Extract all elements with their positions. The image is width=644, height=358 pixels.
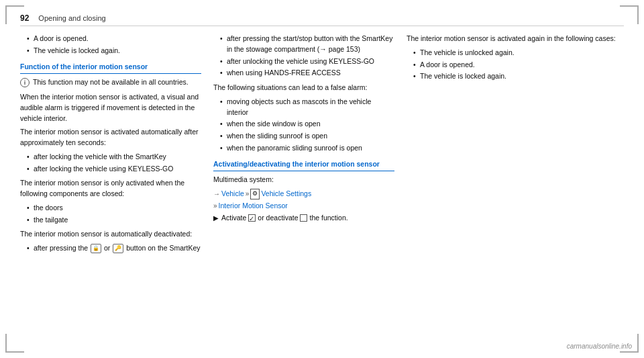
para2-left: The interior motion sensor is activated … (20, 127, 201, 148)
info-box: i This function may not be available in … (20, 77, 201, 88)
info-icon: i (20, 78, 30, 87)
multimedia-label: Multimedia system: (213, 175, 394, 185)
nav-line-1: → Vehicle » ⚙ Vehicle Settings (213, 189, 394, 199)
list-item: after locking the vehicle using KEYLESS-… (27, 164, 201, 175)
list-item: after pressing the 🔒 or 🔑 button on the … (27, 243, 201, 254)
or-deactivate-text: or deactivate (258, 213, 298, 224)
page-chapter: Opening and closing (38, 14, 105, 22)
list-item: after unlocking the vehicle using KEYLES… (220, 56, 394, 67)
activating-heading: Activating/deactivating the interior mot… (213, 159, 394, 172)
mid-bullet-list: after pressing the start/stop button wit… (213, 34, 394, 79)
list-item: when the sliding sunroof is open (220, 131, 394, 142)
auto-bullet-list: after locking the vehicle with the Smart… (20, 152, 201, 175)
list-item: The vehicle is locked again. (413, 71, 624, 82)
col-mid: after pressing the start/stop button wit… (213, 34, 394, 331)
list-item: The vehicle is unlocked again. (413, 48, 624, 58)
col-right: The interior motion sensor is activated … (407, 34, 624, 331)
info-note-text: This function may not be available in al… (33, 77, 189, 88)
para3-left: The interior motion sensor is only activ… (20, 178, 201, 199)
vehicle-link[interactable]: Vehicle (221, 189, 244, 199)
list-item: A door is opened. (27, 34, 201, 44)
list-item: when the panoramic sliding sunroof is op… (220, 143, 394, 154)
page-number: 92 (20, 13, 29, 23)
list-item: when the side window is open (220, 119, 394, 130)
content-area: A door is opened. The vehicle is locked … (20, 34, 624, 331)
nav-line-2: » Interior Motion Sensor (213, 201, 394, 212)
or-text: or (104, 244, 112, 252)
key-icon-2: 🔑 (113, 244, 123, 253)
list-item: after pressing the start/stop button wit… (220, 34, 394, 55)
activate-line: ▶ Activate or deactivate the function. (213, 213, 394, 224)
deact-suffix: button on the SmartKey (126, 244, 200, 252)
double-arrow-2: » (213, 201, 217, 211)
list-item: the tailgate (27, 215, 201, 226)
false-alarm-heading-text: The following situations can lead to a f… (213, 83, 394, 93)
deact-text: after pressing the (34, 244, 88, 252)
right-para1: The interior motion sensor is activated … (407, 34, 624, 44)
watermark: carmanualsonline.info (567, 343, 632, 350)
double-arrow-1: » (246, 189, 250, 199)
list-item: moving objects such as mascots in the ve… (220, 97, 394, 118)
activate-action-arrow: ▶ (213, 213, 219, 223)
components-bullet-list: the doors the tailgate (20, 203, 201, 226)
list-item: A door is opened. (413, 60, 624, 71)
para4-left: The interior motion sensor is automatica… (20, 229, 201, 240)
false-alarm-bullet-list: moving objects such as mascots in the ve… (213, 97, 394, 154)
key-icon-1: 🔒 (91, 244, 101, 253)
function-heading: Function of the interior motion sensor (20, 62, 201, 75)
vehicle-settings-link[interactable]: Vehicle Settings (261, 189, 311, 199)
corner-bl (5, 334, 24, 353)
activate-text: Activate (221, 213, 246, 224)
list-item: The vehicle is locked again. (27, 46, 201, 56)
interior-motion-sensor-link[interactable]: Interior Motion Sensor (219, 201, 288, 212)
page-header: 92 Opening and closing (20, 13, 624, 26)
reactivate-bullet-list: The vehicle is unlocked again. A door is… (407, 48, 624, 82)
page-container: 92 Opening and closing A door is opened.… (0, 0, 644, 358)
activate-checkbox-unchecked[interactable] (300, 214, 307, 222)
list-item: when using HANDS-FREE ACCESS (220, 68, 394, 79)
intro-bullet-list: A door is opened. The vehicle is locked … (20, 34, 201, 56)
activate-suffix: the function. (309, 213, 347, 224)
list-item: after locking the vehicle with the Smart… (27, 152, 201, 163)
deact-bullet-list: after pressing the 🔒 or 🔑 button on the … (20, 243, 201, 254)
list-item: the doors (27, 203, 201, 214)
para1-left: When the interior motion sensor is activ… (20, 92, 201, 124)
vehicle-settings-icon: ⚙ (250, 189, 260, 199)
nav-arrow-1: → (213, 189, 220, 199)
col-left: A door is opened. The vehicle is locked … (20, 34, 201, 331)
activate-checkbox-checked[interactable] (248, 214, 256, 222)
